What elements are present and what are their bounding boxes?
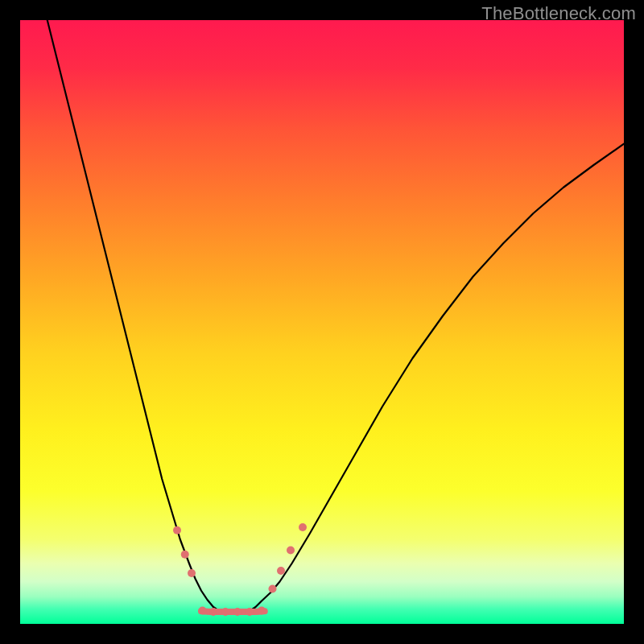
marker-point — [287, 547, 295, 555]
marker-point — [258, 607, 266, 615]
marker-point — [269, 585, 277, 593]
marker-point — [173, 526, 181, 535]
watermark-text: TheBottleneck.com — [481, 3, 636, 24]
marker-point — [221, 608, 229, 616]
marker-point — [188, 569, 196, 577]
marker-point — [199, 607, 207, 615]
plot-area — [20, 20, 624, 624]
marker-point — [277, 567, 285, 575]
marker-point — [299, 523, 307, 531]
marker-point — [233, 608, 242, 616]
marker-point — [181, 551, 189, 559]
chart-frame: TheBottleneck.com — [0, 0, 644, 644]
gradient-background — [20, 20, 624, 624]
marker-point — [246, 608, 254, 616]
chart-svg — [20, 20, 624, 624]
marker-point — [209, 608, 217, 616]
